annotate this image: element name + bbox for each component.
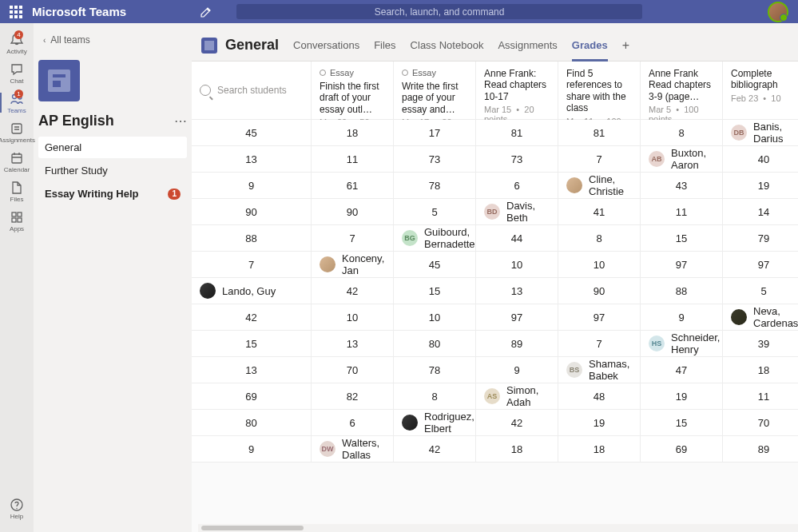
student-name-cell[interactable]: DWWalters, Dallas bbox=[312, 436, 394, 463]
grade-cell[interactable]: 19 bbox=[558, 410, 641, 436]
grade-cell[interactable]: 17 bbox=[394, 120, 476, 146]
grade-cell[interactable]: 81 bbox=[558, 120, 641, 146]
student-name-cell[interactable]: BGGuibourd, Bernadette bbox=[394, 225, 476, 252]
search-students-input[interactable]: Search students bbox=[192, 62, 312, 120]
grade-cell[interactable]: 18 bbox=[476, 436, 558, 463]
student-name-cell[interactable]: HSSchneider, Henry bbox=[641, 331, 723, 357]
tab-grades[interactable]: Grades bbox=[572, 30, 608, 61]
rail-calendar[interactable]: Calendar bbox=[0, 148, 34, 176]
grade-cell[interactable]: 88 bbox=[641, 278, 723, 304]
channel-further-study[interactable]: Further Study bbox=[38, 160, 187, 181]
grade-cell[interactable]: 48 bbox=[558, 383, 641, 410]
app-launcher-icon[interactable] bbox=[10, 6, 22, 18]
grade-cell[interactable]: 9 bbox=[641, 304, 723, 331]
rail-apps[interactable]: Apps bbox=[0, 207, 34, 235]
grade-cell[interactable]: 11 bbox=[723, 383, 798, 410]
grade-cell[interactable]: 80 bbox=[394, 331, 476, 357]
grade-cell[interactable]: 10 bbox=[558, 252, 641, 278]
grade-cell[interactable]: 78 bbox=[394, 357, 476, 383]
grade-cell[interactable]: 9 bbox=[192, 436, 312, 463]
grade-cell[interactable]: 69 bbox=[641, 436, 723, 463]
grade-cell[interactable]: 7 bbox=[558, 331, 641, 357]
grade-cell[interactable]: 14 bbox=[723, 199, 798, 225]
grades-grid[interactable]: Search studentsEssayFinish the first dra… bbox=[192, 62, 798, 532]
grade-cell[interactable]: 97 bbox=[723, 252, 798, 278]
student-name-cell[interactable]: DBBanis, Darius bbox=[723, 120, 798, 146]
grade-cell[interactable]: 90 bbox=[312, 199, 394, 225]
student-name-cell[interactable]: ABBuxton, Aaron bbox=[641, 146, 723, 173]
search-input[interactable]: Search, launch, and command bbox=[236, 4, 642, 19]
grade-cell[interactable]: 13 bbox=[192, 357, 312, 383]
grade-cell[interactable]: 13 bbox=[476, 278, 558, 304]
grade-cell[interactable]: 45 bbox=[394, 252, 476, 278]
grade-cell[interactable]: 88 bbox=[192, 225, 312, 252]
grade-cell[interactable]: 5 bbox=[394, 199, 476, 225]
assignment-header[interactable]: Complete bibliographFeb 23 • 10 bbox=[723, 62, 798, 120]
grade-cell[interactable]: 70 bbox=[723, 410, 798, 436]
grade-cell[interactable]: 6 bbox=[476, 173, 558, 199]
grade-cell[interactable]: 47 bbox=[641, 357, 723, 383]
student-name-cell[interactable]: Konceny, Jan bbox=[312, 252, 394, 278]
grade-cell[interactable]: 73 bbox=[476, 146, 558, 173]
assignment-header[interactable]: Anne Frank: Read chapters 10-17Mar 15 • … bbox=[476, 62, 558, 120]
student-name-cell[interactable]: BDDavis, Beth bbox=[476, 199, 558, 225]
grade-cell[interactable]: 69 bbox=[192, 383, 312, 410]
grade-cell[interactable]: 10 bbox=[312, 304, 394, 331]
grade-cell[interactable]: 15 bbox=[641, 225, 723, 252]
tab-assignments[interactable]: Assignments bbox=[498, 30, 557, 61]
grade-cell[interactable]: 80 bbox=[192, 410, 312, 436]
grade-cell[interactable]: 9 bbox=[192, 173, 312, 199]
grade-cell[interactable]: 61 bbox=[312, 173, 394, 199]
student-name-cell[interactable]: ASSimon, Adah bbox=[476, 383, 558, 410]
grade-cell[interactable]: 42 bbox=[312, 278, 394, 304]
grade-cell[interactable]: 97 bbox=[558, 304, 641, 331]
team-tile[interactable] bbox=[38, 60, 80, 101]
grade-cell[interactable]: 90 bbox=[558, 278, 641, 304]
student-name-cell[interactable]: Lando, Guy bbox=[192, 278, 312, 304]
grade-cell[interactable]: 13 bbox=[312, 331, 394, 357]
grade-cell[interactable]: 70 bbox=[312, 357, 394, 383]
grade-cell[interactable]: 5 bbox=[723, 278, 798, 304]
grade-cell[interactable]: 13 bbox=[192, 146, 312, 173]
back-all-teams[interactable]: ‹ All teams bbox=[43, 34, 187, 46]
grade-cell[interactable]: 15 bbox=[394, 278, 476, 304]
grade-cell[interactable]: 18 bbox=[312, 120, 394, 146]
grade-cell[interactable]: 11 bbox=[312, 146, 394, 173]
grade-cell[interactable]: 42 bbox=[476, 410, 558, 436]
compose-icon[interactable] bbox=[200, 6, 212, 18]
grade-cell[interactable]: 97 bbox=[476, 304, 558, 331]
tab-class-notebook[interactable]: Class Notebook bbox=[411, 30, 484, 61]
grade-cell[interactable]: 42 bbox=[192, 304, 312, 331]
channel-general[interactable]: General bbox=[38, 137, 187, 158]
grade-cell[interactable]: 89 bbox=[723, 436, 798, 463]
grade-cell[interactable]: 82 bbox=[312, 383, 394, 410]
grade-cell[interactable]: 19 bbox=[641, 383, 723, 410]
grade-cell[interactable]: 8 bbox=[394, 383, 476, 410]
tab-files[interactable]: Files bbox=[374, 30, 395, 61]
grade-cell[interactable]: 9 bbox=[476, 357, 558, 383]
grade-cell[interactable]: 10 bbox=[476, 252, 558, 278]
channel-essay-writing-help[interactable]: Essay Writing Help1 bbox=[38, 183, 187, 204]
grade-cell[interactable]: 10 bbox=[394, 304, 476, 331]
grade-cell[interactable]: 19 bbox=[723, 173, 798, 199]
rail-chat[interactable]: Chat bbox=[0, 59, 34, 87]
grade-cell[interactable]: 73 bbox=[394, 146, 476, 173]
grade-cell[interactable]: 39 bbox=[723, 331, 798, 357]
grade-cell[interactable]: 40 bbox=[723, 146, 798, 173]
more-icon[interactable]: ⋯ bbox=[174, 113, 187, 129]
rail-activity[interactable]: 4 Activity bbox=[0, 30, 34, 58]
student-name-cell[interactable]: Neva, Cardenas bbox=[723, 304, 798, 331]
grade-cell[interactable]: 6 bbox=[312, 410, 394, 436]
student-name-cell[interactable]: Rodriguez, Elbert bbox=[394, 410, 476, 436]
user-avatar[interactable] bbox=[768, 2, 788, 22]
grade-cell[interactable]: 97 bbox=[641, 252, 723, 278]
grade-cell[interactable]: 44 bbox=[476, 225, 558, 252]
grade-cell[interactable]: 8 bbox=[641, 120, 723, 146]
rail-teams[interactable]: 1 Teams bbox=[0, 89, 34, 117]
assignment-header[interactable]: EssayWrite the first page of your essay … bbox=[394, 62, 476, 120]
grade-cell[interactable]: 81 bbox=[476, 120, 558, 146]
grade-cell[interactable]: 15 bbox=[641, 410, 723, 436]
grade-cell[interactable]: 7 bbox=[192, 252, 312, 278]
rail-files[interactable]: Files bbox=[0, 177, 34, 205]
grade-cell[interactable]: 18 bbox=[558, 436, 641, 463]
